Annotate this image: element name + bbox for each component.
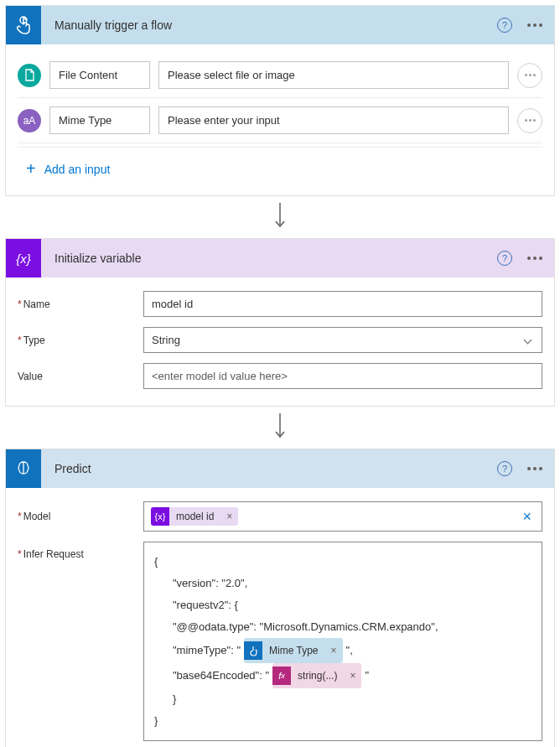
name-input[interactable]: model id	[143, 291, 542, 317]
model-input[interactable]: {x} model id × ×	[143, 501, 542, 532]
input-label[interactable]: Mime Type	[49, 106, 150, 134]
more-menu-button[interactable]	[527, 257, 542, 260]
input-row-file-content: File Content Please select file or image	[18, 53, 542, 98]
plus-icon: +	[26, 159, 36, 179]
touch-icon	[244, 641, 262, 660]
infer-request-input[interactable]: { "version": "2.0", "requestv2": { "@@od…	[143, 542, 542, 741]
value-label: Value	[18, 371, 143, 382]
flow-arrow	[0, 196, 560, 233]
file-content-input[interactable]: Please select file or image	[158, 61, 509, 89]
chip-remove-icon[interactable]: ×	[220, 511, 238, 522]
trigger-card: Manually trigger a flow ? File Content P…	[5, 5, 555, 196]
model-label: *Model	[18, 511, 143, 522]
trigger-title: Manually trigger a flow	[41, 18, 497, 32]
add-input-label: Add an input	[44, 163, 111, 176]
flow-arrow	[0, 407, 560, 444]
variable-icon: {x}	[151, 507, 169, 526]
variable-title: Initialize variable	[41, 252, 497, 265]
type-select[interactable]: String	[143, 327, 542, 353]
touch-icon	[6, 6, 41, 44]
chip-remove-icon[interactable]: ×	[325, 641, 343, 661]
infer-request-label: *Infer Request	[18, 542, 143, 560]
fx-icon: fx	[272, 667, 291, 685]
name-label: *Name	[18, 298, 143, 310]
help-icon[interactable]: ?	[497, 18, 512, 33]
trigger-header[interactable]: Manually trigger a flow ?	[6, 6, 554, 44]
predict-card: Predict ? *Model {x} model id × × *Infer…	[5, 449, 555, 747]
mime-type-chip[interactable]: Mime Type ×	[244, 638, 342, 663]
variable-header[interactable]: {x} Initialize variable ?	[6, 239, 554, 278]
help-icon[interactable]: ?	[497, 251, 512, 266]
model-id-chip[interactable]: {x} model id ×	[151, 507, 238, 526]
more-menu-button[interactable]	[527, 23, 542, 27]
value-input[interactable]: <enter model id value here>	[143, 363, 542, 389]
chip-remove-icon[interactable]: ×	[344, 666, 361, 686]
mime-type-input[interactable]: Please enter your input	[158, 106, 509, 134]
type-label: *Type	[18, 335, 143, 346]
input-label[interactable]: File Content	[49, 61, 150, 89]
add-input-button[interactable]: + Add an input	[18, 148, 542, 184]
predict-title: Predict	[41, 462, 497, 475]
clear-button[interactable]: ×	[519, 508, 535, 526]
file-icon	[18, 64, 41, 87]
variable-card: {x} Initialize variable ? *Name model id…	[5, 238, 555, 407]
input-more-button[interactable]	[517, 63, 542, 88]
expression-chip[interactable]: fx string(...) ×	[272, 663, 361, 688]
more-menu-button[interactable]	[527, 467, 542, 470]
chevron-down-icon	[524, 336, 532, 345]
input-row-mime-type: aA Mime Type Please enter your input	[18, 98, 542, 143]
brain-icon	[6, 449, 41, 488]
variable-icon: {x}	[6, 239, 41, 278]
text-icon: aA	[18, 109, 41, 132]
help-icon[interactable]: ?	[497, 461, 512, 476]
input-more-button[interactable]	[517, 108, 542, 133]
predict-header[interactable]: Predict ?	[6, 449, 554, 488]
